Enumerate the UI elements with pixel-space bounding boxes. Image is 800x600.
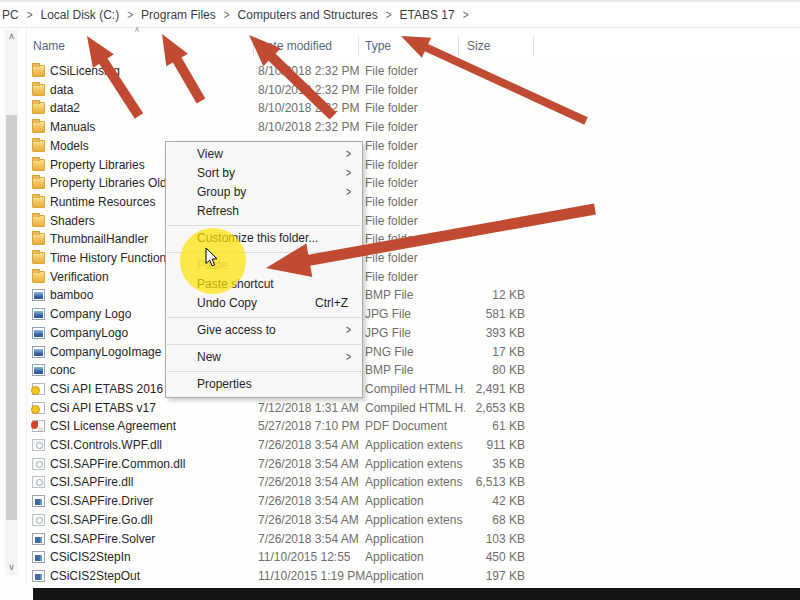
file-row[interactable]: Shaders File folder — [28, 212, 800, 231]
chm-file-icon — [32, 383, 45, 395]
breadcrumb-segment[interactable]: PC — [2, 8, 19, 22]
file-type: File folder — [365, 249, 465, 268]
dll-file-icon — [32, 439, 45, 451]
file-row[interactable]: conc BMP File 80 KB — [28, 361, 800, 380]
file-row[interactable]: Models File folder — [28, 137, 800, 156]
file-name: CSI.Controls.WPF.dll — [50, 436, 255, 455]
context-menu-item[interactable]: Properties — [166, 375, 362, 394]
bottom-letterbox-bar — [33, 588, 800, 600]
pane-divider — [26, 28, 27, 585]
file-size: 68 KB — [408, 511, 525, 530]
context-menu-item[interactable]: Customize this folder... — [166, 229, 362, 248]
file-row[interactable]: data 8/10/2018 2:32 PM File folder — [28, 81, 800, 100]
file-row[interactable]: CSI.SAPFire.dll 7/26/2018 3:54 AM Applic… — [28, 473, 800, 492]
folder-file-icon — [32, 177, 45, 189]
scroll-down-icon[interactable]: ∨ — [5, 561, 18, 575]
file-row[interactable]: CSi API ETABS v17 7/12/2018 1:31 AM Comp… — [28, 399, 800, 418]
file-row[interactable]: CSI License Agreement 5/27/2018 7:10 PM … — [28, 417, 800, 436]
menu-separator — [167, 225, 361, 226]
menu-item-label: Give access to — [197, 323, 276, 337]
file-date: 7/26/2018 3:54 AM — [258, 530, 368, 549]
file-row[interactable]: Manuals 8/10/2018 2:32 PM File folder — [28, 118, 800, 137]
file-size: 6,513 KB — [408, 473, 525, 492]
file-date: 8/10/2018 2:32 PM — [258, 62, 368, 81]
scrollbar-thumb[interactable] — [6, 115, 17, 520]
file-row[interactable]: CSI.SAPFire.Common.dll 7/26/2018 3:54 AM… — [28, 455, 800, 474]
submenu-chevron-icon: > — [346, 183, 351, 202]
file-date: 11/10/2015 1:19 PM — [258, 567, 368, 586]
file-name: CSI.SAPFire.dll — [50, 473, 255, 492]
context-menu-item[interactable]: Undo Copy Ctrl+Z — [166, 294, 362, 313]
nav-pane-scrollbar[interactable]: ∧ ∨ — [5, 30, 18, 575]
app-file-icon — [32, 570, 45, 582]
file-type: File folder — [365, 156, 465, 175]
file-row[interactable]: CSI.SAPFire.Go.dll 7/26/2018 3:54 AM App… — [28, 511, 800, 530]
context-menu-item[interactable]: Give access to > — [166, 321, 362, 340]
menu-item-label: Group by — [197, 185, 246, 199]
image-file-icon — [32, 364, 45, 376]
folder-file-icon — [32, 121, 45, 133]
image-file-icon — [32, 327, 45, 339]
menu-item-label: Properties — [197, 377, 252, 391]
menu-item-label: View — [197, 147, 223, 161]
context-menu-item[interactable]: Group by > — [166, 183, 362, 202]
menu-item-shortcut: Ctrl+Z — [315, 294, 348, 313]
menu-item-label: Refresh — [197, 204, 239, 218]
scroll-up-icon[interactable]: ∧ — [5, 30, 18, 44]
menu-item-label: Sort by — [197, 166, 235, 180]
app-file-icon — [32, 551, 45, 563]
folder-file-icon — [32, 140, 45, 152]
file-row[interactable]: Time History Functions File folder — [28, 249, 800, 268]
folder-file-icon — [32, 196, 45, 208]
menu-separator — [167, 252, 361, 253]
file-row[interactable]: CSiCIS2StepOut 11/10/2015 1:19 PM Applic… — [28, 567, 800, 586]
menu-separator — [167, 371, 361, 372]
context-menu-item[interactable]: View > — [166, 145, 362, 164]
file-row[interactable]: Runtime Resources File folder — [28, 193, 800, 212]
submenu-chevron-icon: > — [346, 348, 351, 367]
folder-file-icon — [32, 233, 45, 245]
file-row[interactable]: CSiCIS2StepIn 11/10/2015 12:55 Applicati… — [28, 548, 800, 567]
file-name: CSI.SAPFire.Common.dll — [50, 455, 255, 474]
file-row[interactable]: CSI.SAPFire.Driver 7/26/2018 3:54 AM App… — [28, 492, 800, 511]
context-menu-item[interactable]: Sort by > — [166, 164, 362, 183]
file-type: File folder — [365, 62, 465, 81]
file-date: 7/26/2018 3:54 AM — [258, 511, 368, 530]
file-size: 42 KB — [408, 492, 525, 511]
file-row[interactable]: CSiLicensing 8/10/2018 2:32 PM File fold… — [28, 62, 800, 81]
menu-item-label: Customize this folder... — [197, 231, 318, 245]
file-size: 2,653 KB — [408, 399, 525, 418]
file-row[interactable]: CSi API ETABS 2016 Compiled HTML H... 2,… — [28, 380, 800, 399]
image-file-icon — [32, 346, 45, 358]
context-menu-item[interactable]: New > — [166, 348, 362, 367]
file-type: File folder — [365, 99, 465, 118]
file-name: data2 — [50, 99, 255, 118]
submenu-chevron-icon: > — [346, 164, 351, 183]
file-date: 7/26/2018 3:54 AM — [258, 473, 368, 492]
pdf-file-icon — [32, 420, 45, 432]
file-row[interactable]: CSI.Controls.WPF.dll 7/26/2018 3:54 AM A… — [28, 436, 800, 455]
file-row[interactable]: data2 8/10/2018 2:32 PM File folder — [28, 99, 800, 118]
file-size: 581 KB — [408, 305, 525, 324]
dll-file-icon — [32, 458, 45, 470]
context-menu-item[interactable]: Paste — [166, 256, 362, 275]
file-row[interactable]: CompanyLogo JPG File 393 KB — [28, 324, 800, 343]
file-row[interactable]: Property Libraries Old File folder — [28, 174, 800, 193]
file-name: CSI License Agreement — [50, 417, 255, 436]
file-row[interactable]: Verification File folder — [28, 268, 800, 287]
submenu-chevron-icon: > — [346, 321, 351, 340]
file-date: 8/10/2018 2:32 PM — [258, 81, 368, 100]
file-row[interactable]: CSI.SAPFire.Solver 7/26/2018 3:54 AM App… — [28, 530, 800, 549]
file-row[interactable]: Company Logo JPG File 581 KB — [28, 305, 800, 324]
file-row[interactable]: CompanyLogoImage PNG File 17 KB — [28, 343, 800, 362]
file-row[interactable]: Property Libraries File folder — [28, 156, 800, 175]
folder-file-icon — [32, 84, 45, 96]
file-row[interactable]: ThumbnailHandler File folder — [28, 230, 800, 249]
file-row[interactable]: bamboo BMP File 12 KB — [28, 286, 800, 305]
image-file-icon — [32, 289, 45, 301]
file-type: File folder — [365, 81, 465, 100]
context-menu-item[interactable]: Paste shortcut — [166, 275, 362, 294]
context-menu-item[interactable]: Refresh — [166, 202, 362, 221]
dll-file-icon — [32, 514, 45, 526]
file-type: File folder — [365, 118, 465, 137]
